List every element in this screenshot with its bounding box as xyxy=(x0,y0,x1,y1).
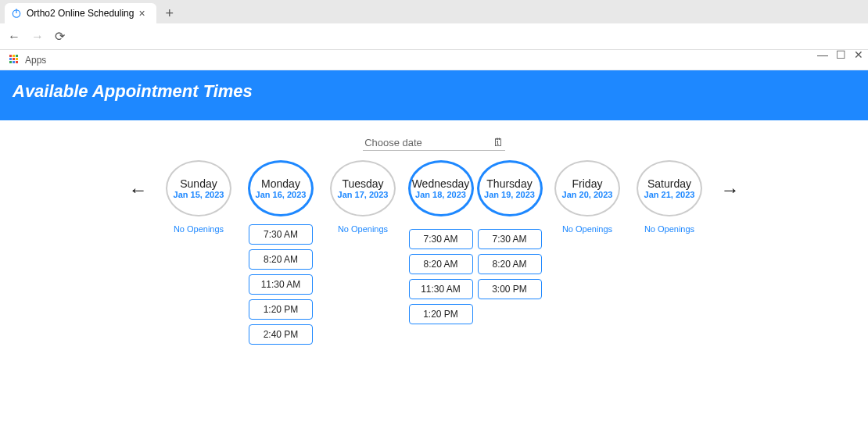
week-row: ← SundayJan 15, 2023No OpeningsMondayJan… xyxy=(0,156,868,349)
day-name: Sunday xyxy=(180,177,217,190)
day-pair: WednesdayJan 18, 2023ThursdayJan 19, 202… xyxy=(408,160,543,324)
day-name: Wednesday xyxy=(412,177,470,190)
no-openings-label: No Openings xyxy=(174,224,224,234)
day-column-sunday: SundayJan 15, 2023No Openings xyxy=(162,160,236,234)
time-slot[interactable]: 11:30 AM xyxy=(409,279,473,299)
day-column-friday: FridayJan 20, 2023No Openings xyxy=(551,160,625,234)
date-picker[interactable]: Choose date 🗓 xyxy=(363,134,505,151)
slot-row: 11:30 AM3:00 PM xyxy=(409,279,542,299)
reload-icon[interactable]: ⟳ xyxy=(55,29,65,44)
day-date: Jan 16, 2023 xyxy=(256,190,307,199)
page-content: Available Appointment Times Choose date … xyxy=(0,70,868,422)
minimize-icon[interactable]: — xyxy=(817,48,828,61)
tab-title: Ortho2 Online Scheduling xyxy=(27,8,134,19)
time-slot[interactable]: 8:20 AM xyxy=(478,254,542,274)
no-openings-label: No Openings xyxy=(644,224,694,234)
day-name: Tuesday xyxy=(342,177,383,190)
day-circle-friday[interactable]: FridayJan 20, 2023 xyxy=(554,160,620,216)
power-icon xyxy=(11,8,22,19)
calendar-icon[interactable]: 🗓 xyxy=(493,136,504,148)
time-slot[interactable]: 2:40 PM xyxy=(249,324,313,345)
time-slot[interactable]: 3:00 PM xyxy=(478,279,542,299)
close-window-icon[interactable]: ✕ xyxy=(854,48,863,61)
apps-label[interactable]: Apps xyxy=(25,55,46,66)
day-circle-tuesday[interactable]: TuesdayJan 17, 2023 xyxy=(330,160,396,216)
day-date: Jan 15, 2023 xyxy=(174,190,224,199)
day-column-saturday: SaturdayJan 21, 2023No Openings xyxy=(633,160,707,234)
date-picker-row: Choose date 🗓 xyxy=(0,120,868,156)
day-name: Thursday xyxy=(486,177,532,190)
browser-tab[interactable]: Ortho2 Online Scheduling × xyxy=(5,3,156,23)
maximize-icon[interactable]: ☐ xyxy=(836,48,846,61)
time-slot[interactable]: 8:20 AM xyxy=(409,254,473,274)
time-slot[interactable]: 7:30 AM xyxy=(249,224,313,245)
tab-bar: Ortho2 Online Scheduling × + xyxy=(0,0,868,23)
no-openings-label: No Openings xyxy=(338,224,388,234)
day-date: Jan 17, 2023 xyxy=(338,190,389,199)
day-date: Jan 19, 2023 xyxy=(484,190,535,199)
close-icon[interactable]: × xyxy=(138,7,145,20)
window-controls: — ☐ ✕ xyxy=(817,48,863,61)
time-slot[interactable]: 8:20 AM xyxy=(249,249,313,270)
day-name: Monday xyxy=(261,177,300,190)
back-icon[interactable]: ← xyxy=(8,30,20,44)
address-bar: ← → ⟳ xyxy=(0,23,868,50)
browser-chrome: Ortho2 Online Scheduling × + ← → ⟳ Apps xyxy=(0,0,868,71)
slots-list: 7:30 AM8:20 AM11:30 AM1:20 PM2:40 PM xyxy=(249,224,313,345)
day-column-monday: MondayJan 16, 20237:30 AM8:20 AM11:30 AM… xyxy=(244,160,318,345)
date-picker-label: Choose date xyxy=(364,137,422,148)
slot-row: 8:20 AM8:20 AM xyxy=(409,254,542,274)
day-circle-wednesday[interactable]: WednesdayJan 18, 2023 xyxy=(408,160,474,216)
time-slot[interactable]: 7:30 AM xyxy=(409,229,473,249)
new-tab-button[interactable]: + xyxy=(156,5,184,22)
slot-row: 7:30 AM7:30 AM xyxy=(409,229,542,249)
day-circle-monday[interactable]: MondayJan 16, 2023 xyxy=(248,160,314,216)
day-name: Friday xyxy=(572,177,603,190)
bookmarks-bar: Apps xyxy=(0,50,868,70)
day-date: Jan 21, 2023 xyxy=(644,190,695,199)
day-date: Jan 20, 2023 xyxy=(562,190,613,199)
day-date: Jan 18, 2023 xyxy=(415,190,466,199)
next-week-button[interactable]: → xyxy=(715,160,746,201)
time-slot[interactable]: 1:20 PM xyxy=(409,304,473,324)
forward-icon[interactable]: → xyxy=(31,30,44,44)
time-slot[interactable]: 7:30 AM xyxy=(478,229,542,249)
page-title: Available Appointment Times xyxy=(0,70,868,120)
day-circle-sunday[interactable]: SundayJan 15, 2023 xyxy=(166,160,231,216)
time-slot[interactable]: 11:30 AM xyxy=(249,274,313,295)
day-circle-thursday[interactable]: ThursdayJan 19, 2023 xyxy=(477,160,543,216)
day-circle-saturday[interactable]: SaturdayJan 21, 2023 xyxy=(637,160,702,216)
no-openings-label: No Openings xyxy=(562,224,612,234)
day-column-tuesday: TuesdayJan 17, 2023No Openings xyxy=(326,160,400,234)
day-name: Saturday xyxy=(647,177,691,190)
slot-row: 1:20 PM xyxy=(409,304,542,324)
time-slot[interactable]: 1:20 PM xyxy=(249,299,313,320)
apps-icon[interactable] xyxy=(9,55,20,66)
prev-week-button[interactable]: ← xyxy=(123,160,154,201)
